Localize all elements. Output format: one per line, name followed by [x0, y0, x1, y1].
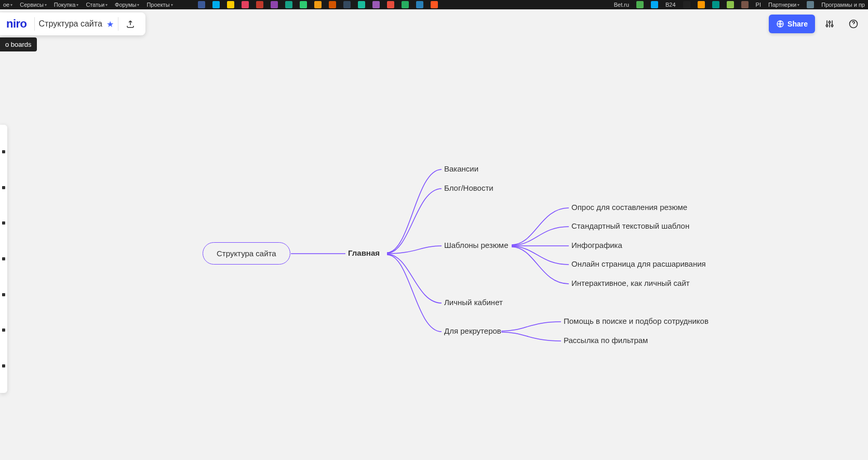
left-toolbar[interactable] [0, 125, 7, 393]
board-header: niro Структура сайта ★ [0, 12, 145, 35]
bookmark-item[interactable]: B24 [665, 2, 676, 8]
upload-icon [126, 19, 135, 29]
bookmark-item[interactable]: PI [756, 2, 761, 8]
mindmap-node[interactable]: Блог/Новости [444, 183, 493, 192]
share-button[interactable]: Share [769, 15, 815, 33]
bookmark-item[interactable]: Проекты▾ [146, 2, 172, 8]
mindmap-leaf[interactable]: Рассылка по фильтрам [564, 336, 648, 345]
mindmap-edges [0, 9, 868, 460]
divider [118, 17, 118, 31]
help-button[interactable] [844, 15, 863, 33]
help-icon [848, 19, 859, 29]
share-label: Share [787, 20, 808, 28]
app-logo[interactable]: niro [3, 17, 30, 31]
top-right-controls: Share [769, 12, 863, 35]
mindmap-leaf[interactable]: Помощь в поиске и подбор сотрудников [564, 317, 709, 325]
mindmap-root-node[interactable]: Структура сайта [203, 242, 290, 265]
bookmark-item[interactable]: Покупка▾ [54, 2, 79, 8]
bookmark-item[interactable]: Программы и пр [821, 2, 865, 8]
settings-button[interactable] [820, 15, 839, 33]
globe-icon [776, 20, 784, 28]
bookmark-item[interactable]: Bet.ru [614, 2, 629, 8]
bookmark-item[interactable]: Сервисы▾ [20, 2, 47, 8]
mindmap-node[interactable]: Вакансии [444, 164, 478, 173]
bookmark-item[interactable]: Партнерки▾ [768, 2, 799, 8]
star-icon[interactable]: ★ [106, 19, 114, 29]
mindmap-leaf[interactable]: Инфографика [571, 241, 622, 249]
browser-bookmarks-bar: ое▾ Сервисы▾ Покупка▾ Статьи▾ Форумы▾ Пр… [0, 0, 868, 9]
mindmap-node[interactable]: Для рекрутеров [444, 326, 501, 335]
mindmap-hub-node[interactable]: Главная [348, 248, 380, 257]
bookmark-item[interactable]: Статьи▾ [86, 2, 108, 8]
canvas[interactable]: Структура сайта Главная Вакансии Блог/Но… [0, 9, 868, 460]
board-title[interactable]: Структура сайта [39, 19, 102, 29]
mindmap-leaf[interactable]: Онлайн страница для расшаривания [571, 259, 706, 268]
mindmap-node[interactable]: Личный кабинет [444, 298, 503, 307]
bookmark-item[interactable]: ое▾ [3, 2, 12, 8]
mindmap-leaf[interactable]: Стандартный текстовый шаблон [571, 221, 689, 230]
export-button[interactable] [123, 16, 138, 32]
divider [34, 17, 35, 31]
tooltip: o boards [0, 37, 37, 51]
sliders-icon [824, 19, 835, 29]
bookmark-item[interactable]: Форумы▾ [115, 2, 139, 8]
mindmap-leaf[interactable]: Интерактивное, как личный сайт [571, 279, 690, 287]
mindmap-leaf[interactable]: Опрос для составления резюме [571, 203, 687, 212]
mindmap-node[interactable]: Шаблоны резюме [444, 241, 508, 249]
